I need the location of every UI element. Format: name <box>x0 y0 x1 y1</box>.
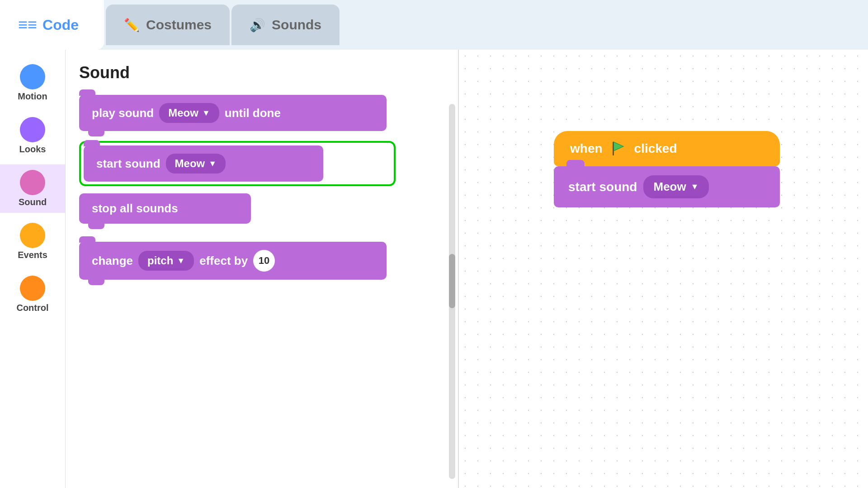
tab-sounds-label: Sounds <box>272 17 321 33</box>
when-clicked-hat-container: when clicked <box>554 131 780 166</box>
sidebar: Motion Looks Sound Events Control <box>0 50 66 488</box>
scroll-thumb[interactable] <box>449 254 455 308</box>
sidebar-item-looks[interactable]: Looks <box>0 112 65 160</box>
play-sound-arrow: ▼ <box>202 108 210 118</box>
motion-label: Motion <box>18 91 47 102</box>
tab-sounds[interactable]: 🔊 Sounds <box>231 5 340 45</box>
looks-label: Looks <box>19 144 46 155</box>
clicked-text: clicked <box>634 141 677 156</box>
when-flag-clicked-block[interactable]: when clicked <box>554 131 780 166</box>
green-highlight-box: start sound Meow ▼ <box>79 141 396 186</box>
events-label: Events <box>18 250 47 260</box>
svg-marker-0 <box>613 142 623 151</box>
change-pitch-row: change pitch ▼ effect by 10 <box>79 242 444 280</box>
until-done-text: until done <box>225 106 281 120</box>
start-sound-text: start sound <box>96 157 160 171</box>
canvas-start-sound-dropdown[interactable]: Meow ▼ <box>643 175 708 198</box>
play-sound-text: play sound <box>92 106 154 120</box>
svg-rect-1 <box>613 142 614 155</box>
start-sound-highlighted-container: start sound Meow ▼ <box>79 141 444 186</box>
tab-costumes-label: Costumes <box>146 17 212 33</box>
speaker-icon: 🔊 <box>250 18 265 33</box>
sound-circle <box>20 170 45 195</box>
stop-all-sounds-text: stop all sounds <box>92 202 178 216</box>
top-bar: ≡≡ Code ✏️ Costumes 🔊 Sounds <box>0 0 868 50</box>
pitch-dropdown[interactable]: pitch ▼ <box>138 251 194 271</box>
play-sound-block[interactable]: play sound Meow ▼ until done <box>79 95 387 131</box>
main-layout: Motion Looks Sound Events Control Sound … <box>0 50 868 488</box>
tab-code-label: Code <box>42 17 79 33</box>
tab-code[interactable]: ≡≡ Code <box>0 0 104 50</box>
canvas-block-group: when clicked start sound Meow ▼ <box>554 131 780 207</box>
sound-label: Sound <box>19 197 47 207</box>
start-sound-dropdown-label: Meow <box>175 157 205 170</box>
canvas-arrow-down: ▼ <box>691 182 699 192</box>
code-icon: ≡≡ <box>18 15 37 34</box>
code-canvas[interactable]: when clicked start sound Meow ▼ <box>459 50 868 488</box>
control-circle <box>20 276 45 301</box>
effect-by-text: effect by <box>199 254 248 268</box>
blocks-panel: Sound play sound Meow ▼ until done start… <box>66 50 459 488</box>
when-text: when <box>570 141 603 156</box>
change-pitch-block[interactable]: change pitch ▼ effect by 10 <box>79 242 387 280</box>
play-sound-block-row: play sound Meow ▼ until done <box>79 95 444 137</box>
sidebar-item-events[interactable]: Events <box>0 217 65 266</box>
canvas-meow-label: Meow <box>653 180 686 194</box>
green-flag-icon <box>610 140 627 157</box>
stop-all-sounds-row: stop all sounds <box>79 193 444 224</box>
play-sound-dropdown[interactable]: Meow ▼ <box>159 103 219 123</box>
play-sound-dropdown-label: Meow <box>168 107 198 119</box>
change-text: change <box>92 254 133 268</box>
motion-circle <box>20 64 45 89</box>
stop-all-sounds-block[interactable]: stop all sounds <box>79 193 251 224</box>
sidebar-item-motion[interactable]: Motion <box>0 59 65 107</box>
start-sound-arrow: ▼ <box>208 159 217 169</box>
category-title: Sound <box>79 63 444 82</box>
canvas-start-sound-container: start sound Meow ▼ <box>554 166 780 207</box>
start-sound-block[interactable]: start sound Meow ▼ <box>84 145 323 182</box>
canvas-start-sound-text: start sound <box>568 180 637 194</box>
sidebar-item-control[interactable]: Control <box>0 270 65 319</box>
scroll-track <box>449 104 455 479</box>
sidebar-item-sound[interactable]: Sound <box>0 164 65 213</box>
start-sound-dropdown[interactable]: Meow ▼ <box>166 154 226 174</box>
brush-icon: ✏️ <box>124 18 140 33</box>
canvas-start-sound-block[interactable]: start sound Meow ▼ <box>554 166 780 207</box>
looks-circle <box>20 117 45 142</box>
tab-costumes[interactable]: ✏️ Costumes <box>106 5 230 45</box>
pitch-arrow: ▼ <box>177 256 185 266</box>
pitch-label: pitch <box>147 254 173 267</box>
effect-value[interactable]: 10 <box>253 250 275 272</box>
control-label: Control <box>16 303 48 313</box>
events-circle <box>20 223 45 248</box>
